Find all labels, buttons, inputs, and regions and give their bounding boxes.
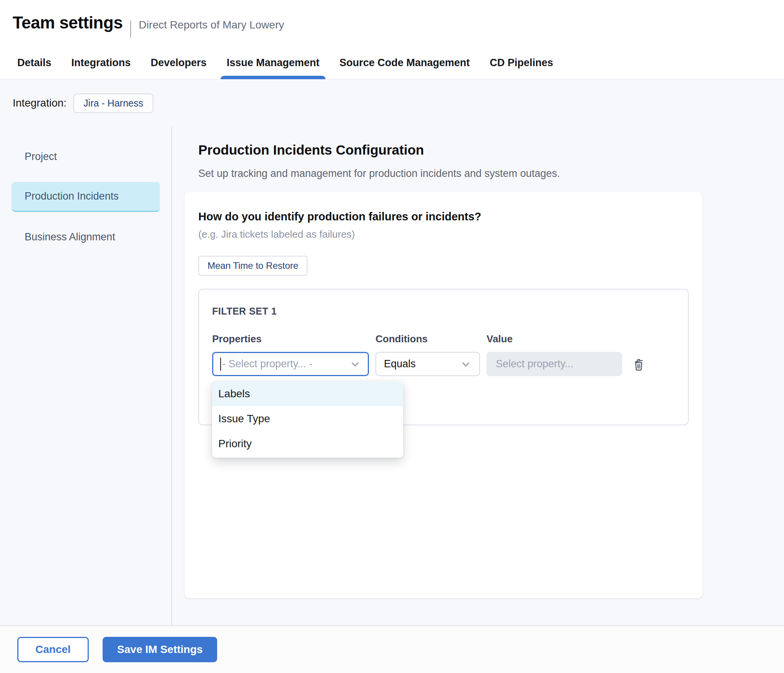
integration-bar: Integration: Jira - Harness xyxy=(0,79,784,127)
tab-bar: Details Integrations Developers Issue Ma… xyxy=(0,43,784,79)
tab-source-code-management[interactable]: Source Code Management xyxy=(339,57,470,79)
delete-filter-button[interactable] xyxy=(629,354,649,374)
filter-set-card: FILTER SET 1 Properties Conditions Value… xyxy=(198,289,689,425)
save-im-settings-button[interactable]: Save IM Settings xyxy=(103,637,218,662)
column-label-conditions: Conditions xyxy=(375,333,480,345)
dropdown-option-issue-type[interactable]: Issue Type xyxy=(212,406,403,431)
section-subtitle: Set up tracking and management for produ… xyxy=(184,168,703,180)
column-label-value: Value xyxy=(487,333,622,345)
section-title: Production Incidents Configuration xyxy=(184,142,703,158)
settings-sidebar: Project Production Incidents Business Al… xyxy=(0,127,172,625)
tab-developers[interactable]: Developers xyxy=(151,57,207,79)
condition-select[interactable]: Equals xyxy=(375,352,480,376)
content-area: Project Production Incidents Business Al… xyxy=(0,127,784,625)
value-field-wrap xyxy=(487,352,622,376)
tab-issue-management[interactable]: Issue Management xyxy=(227,57,320,79)
property-select-placeholder: - Select property... - xyxy=(222,358,349,370)
condition-select-value: Equals xyxy=(384,358,460,370)
dropdown-option-priority[interactable]: Priority xyxy=(212,431,403,456)
chevron-down-icon xyxy=(349,358,361,370)
property-select[interactable]: - Select property... - xyxy=(212,352,369,376)
identify-question: How do you identify production failures … xyxy=(198,210,689,223)
mean-time-to-restore-chip[interactable]: Mean Time to Restore xyxy=(198,256,307,276)
integration-chip[interactable]: Jira - Harness xyxy=(73,93,153,113)
footer-actions: Cancel Save IM Settings xyxy=(0,625,784,673)
tab-integrations[interactable]: Integrations xyxy=(71,57,131,79)
filter-row: Properties Conditions Value - Select pro… xyxy=(212,333,675,376)
sidebar-item-business-alignment[interactable]: Business Alignment xyxy=(12,223,160,252)
page-title: Team settings xyxy=(13,13,123,32)
title-divider xyxy=(130,21,131,38)
page-header: Team settings Direct Reports of Mary Low… xyxy=(0,0,784,43)
column-label-properties: Properties xyxy=(212,333,369,345)
cancel-button[interactable]: Cancel xyxy=(17,637,89,662)
page-subtitle: Direct Reports of Mary Lowery xyxy=(139,19,284,31)
trash-icon xyxy=(631,356,646,372)
value-input[interactable] xyxy=(487,352,622,376)
sidebar-item-project[interactable]: Project xyxy=(12,142,160,171)
main-pane: Production Incidents Configuration Set u… xyxy=(172,127,784,625)
dropdown-option-labels[interactable]: Labels xyxy=(212,381,403,406)
tab-details[interactable]: Details xyxy=(17,57,51,79)
sidebar-item-production-incidents[interactable]: Production Incidents xyxy=(12,182,160,212)
incidents-config-panel: How do you identify production failures … xyxy=(184,192,703,598)
integration-label: Integration: xyxy=(13,97,66,109)
chevron-down-icon xyxy=(460,358,472,370)
filter-set-title: FILTER SET 1 xyxy=(212,306,675,317)
identify-hint: (e.g. Jira tickets labeled as failures) xyxy=(198,228,689,240)
text-caret xyxy=(220,358,221,371)
property-dropdown-menu: Labels Issue Type Priority xyxy=(212,381,403,458)
tab-cd-pipelines[interactable]: CD Pipelines xyxy=(490,57,553,79)
